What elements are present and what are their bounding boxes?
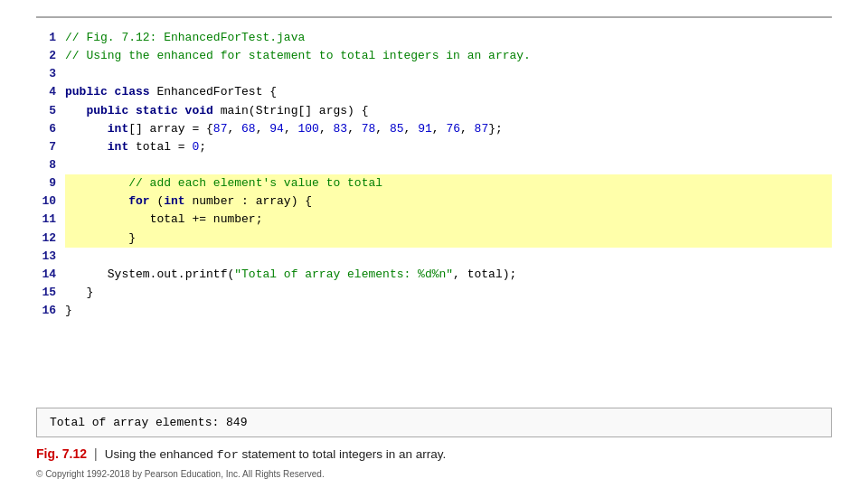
page-container: 1 2 3 4 5 6 7 8 9 10 11 12 13 14 15 16 /… bbox=[0, 0, 868, 488]
code-line-3 bbox=[65, 65, 832, 83]
code-line-13 bbox=[65, 248, 832, 266]
code-line-15: } bbox=[65, 284, 832, 302]
code-line-16: } bbox=[65, 302, 832, 320]
ln-11: 11 bbox=[42, 211, 56, 229]
code-content: // Fig. 7.12: EnhancedForTest.java // Us… bbox=[65, 29, 832, 400]
code-line-2: // Using the enhanced for statement to t… bbox=[65, 47, 832, 65]
ln-13: 13 bbox=[42, 248, 56, 266]
code-line-9: // add each element's value to total bbox=[65, 174, 832, 192]
ln-1: 1 bbox=[49, 29, 56, 47]
ln-6: 6 bbox=[49, 120, 56, 138]
line-numbers: 1 2 3 4 5 6 7 8 9 10 11 12 13 14 15 16 bbox=[36, 29, 65, 400]
ln-16: 16 bbox=[42, 302, 56, 320]
output-box: Total of array elements: 849 bbox=[36, 408, 832, 437]
ln-10: 10 bbox=[42, 192, 56, 211]
ln-4: 4 bbox=[49, 83, 56, 101]
copyright: © Copyright 1992-2018 by Pearson Educati… bbox=[36, 469, 832, 479]
code-line-8 bbox=[65, 156, 832, 174]
code-line-5: public static void main(String[] args) { bbox=[65, 102, 832, 120]
caption-code-word: for bbox=[217, 448, 239, 462]
code-line-14: System.out.printf("Total of array elemen… bbox=[65, 266, 832, 284]
code-line-10: for (int number : array) { bbox=[65, 192, 832, 211]
caption-text-after: statement to total integers in an array. bbox=[239, 447, 446, 461]
ln-8: 8 bbox=[49, 156, 56, 174]
output-text: Total of array elements: 849 bbox=[50, 416, 247, 429]
fig-label: Fig. 7.12 bbox=[36, 446, 87, 461]
ln-3: 3 bbox=[49, 65, 56, 83]
code-line-1: // Fig. 7.12: EnhancedForTest.java bbox=[65, 29, 832, 47]
caption-area: Fig. 7.12 | Using the enhanced for state… bbox=[36, 446, 832, 462]
code-line-6: int[] array = {87, 68, 94, 100, 83, 78, … bbox=[65, 120, 832, 138]
code-line-4: public class EnhancedForTest { bbox=[65, 83, 832, 101]
ln-5: 5 bbox=[49, 102, 56, 120]
caption-text-before: Using the enhanced bbox=[105, 447, 217, 461]
code-line-7: int total = 0; bbox=[65, 138, 832, 156]
code-line-12: } bbox=[65, 230, 832, 248]
fig-separator: | bbox=[94, 446, 98, 461]
code-line-11: total += number; bbox=[65, 211, 832, 229]
ln-14: 14 bbox=[42, 266, 56, 284]
top-border bbox=[36, 16, 832, 18]
code-area: 1 2 3 4 5 6 7 8 9 10 11 12 13 14 15 16 /… bbox=[36, 29, 832, 400]
ln-12: 12 bbox=[42, 230, 56, 248]
fig-caption: Using the enhanced for statement to tota… bbox=[105, 447, 447, 462]
ln-15: 15 bbox=[42, 284, 56, 302]
ln-7: 7 bbox=[49, 138, 56, 156]
ln-2: 2 bbox=[49, 47, 56, 65]
ln-9: 9 bbox=[49, 174, 56, 192]
